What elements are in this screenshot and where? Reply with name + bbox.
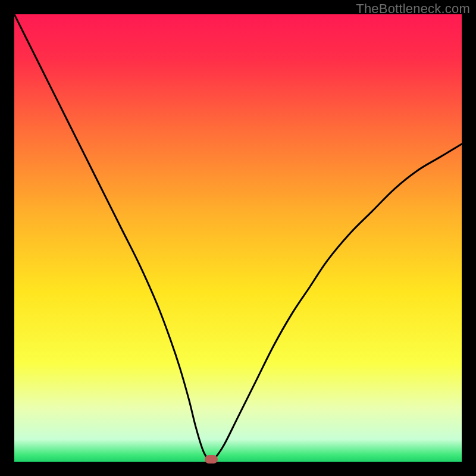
- chart-frame: [14, 14, 462, 462]
- gradient-background: [14, 14, 462, 462]
- optimal-point-marker: [205, 455, 218, 464]
- bottleneck-chart: [14, 14, 462, 462]
- watermark-text: TheBottleneck.com: [356, 1, 470, 17]
